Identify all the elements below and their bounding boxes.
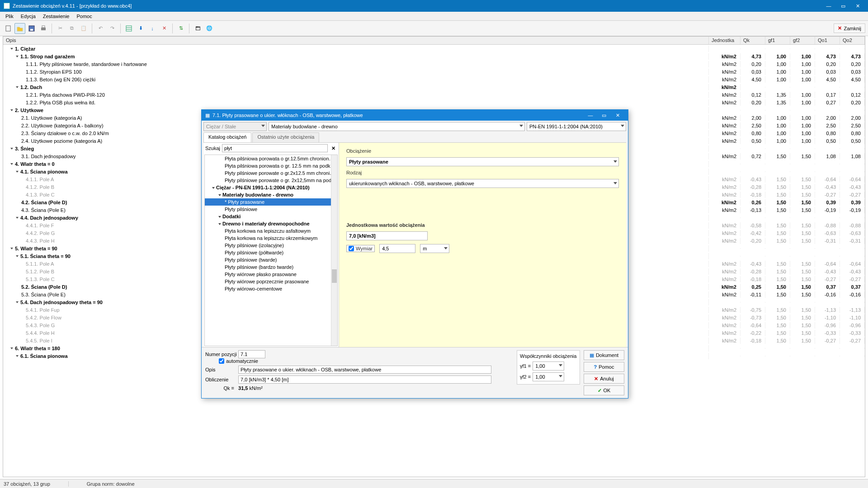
tree-node[interactable]: Drewno i materiały drewnopochodne xyxy=(205,220,337,227)
search-input[interactable] xyxy=(222,144,328,152)
titlebar: Zestawienie obciążeń v.4.11 - [przykład … xyxy=(0,0,868,12)
save-icon[interactable] xyxy=(26,23,37,34)
tree-node[interactable]: Płyty pilśniowe porowate o gr. 2x12,5mm … xyxy=(205,177,337,184)
undo-icon[interactable]: ↶ xyxy=(95,23,106,34)
print-icon[interactable] xyxy=(38,23,49,34)
paste-icon[interactable]: 📋 xyxy=(78,23,89,34)
pomoc-button[interactable]: ?Pomoc xyxy=(584,362,624,372)
tree-node[interactable]: Materiały budowlane - drewno xyxy=(205,191,337,198)
arrow-left-blue-icon[interactable]: ⬇ xyxy=(135,23,146,34)
menu-edycja[interactable]: Edycja xyxy=(18,13,38,20)
tree-node[interactable]: Płyty pilśniowe (półtwarde) xyxy=(205,249,337,256)
maximize-button[interactable]: ▭ xyxy=(836,1,850,10)
tree-scrollbar[interactable] xyxy=(331,155,337,346)
qk-value: 31,5 xyxy=(238,385,248,391)
dialog-title: 7.1. Płyty prasowane o ukier. włóknach -… xyxy=(212,113,363,118)
tab-catalog[interactable]: Katalog obciążeń xyxy=(203,132,251,142)
tree-node[interactable]: Płyty wiórowe poprzecznie prasowane xyxy=(205,278,337,285)
table-row[interactable]: 1.1.2. Styropian EPS 100kN/m20,031,001,0… xyxy=(3,68,865,75)
col-qo1[interactable]: Qo1 xyxy=(815,37,840,44)
svg-rect-2 xyxy=(30,29,33,31)
dialog-icon: ▦ xyxy=(205,113,210,118)
tree-node[interactable]: Płyty pilśniowe porowate o gr.2x12.5 mm … xyxy=(205,169,337,177)
tree-node[interactable]: Płyta pilśniowa porowata o gr. 12.5 mm n… xyxy=(205,162,337,169)
tree-node[interactable]: Płyty pilśniowe (twarde) xyxy=(205,256,337,263)
wym-input[interactable] xyxy=(379,244,415,253)
opis-input[interactable] xyxy=(238,366,491,374)
cut-icon[interactable]: ✂ xyxy=(55,23,66,34)
num-input[interactable] xyxy=(238,350,265,358)
anuluj-button[interactable]: ✕Anuluj xyxy=(584,374,624,384)
dialog-minimize[interactable]: ― xyxy=(584,111,597,120)
col-qk[interactable]: Qk xyxy=(741,37,765,44)
status-left: 37 obciążeń, 13 grup xyxy=(4,481,69,487)
open-icon[interactable] xyxy=(14,23,25,34)
status-right: Grupa norm: dowolne xyxy=(87,481,135,487)
redo-icon[interactable]: ↷ xyxy=(107,23,118,34)
dokument-button[interactable]: ▦Dokument xyxy=(584,350,624,360)
tree-node[interactable]: * Płyty prasowane xyxy=(205,198,337,206)
table-row[interactable]: 1.1.1. Płyty pilśniowe twarde, standardo… xyxy=(3,60,865,68)
dialog-close[interactable]: ✕ xyxy=(611,111,624,120)
menu-zestawienie[interactable]: Zestawienie xyxy=(40,13,72,20)
tree-node[interactable]: Płyty pilśniowe (bardzo twarde) xyxy=(205,263,337,271)
combo-norm[interactable]: PN-EN 1991-1-1:2004 (NA:2010) xyxy=(527,122,626,131)
clear-search-icon[interactable]: ✕ xyxy=(330,145,337,152)
sort-icon[interactable]: ⇅ xyxy=(175,23,186,34)
app-icon xyxy=(4,3,10,9)
col-opis[interactable]: Opis xyxy=(3,37,709,44)
tree-node[interactable]: Płyty wiórowo-cementowe xyxy=(205,285,337,292)
table-row[interactable]: 1. Ciężar xyxy=(3,45,865,52)
wym-unit-select[interactable]: m xyxy=(420,244,449,253)
tree-node[interactable]: Płyty wiórowe płasko prasowane xyxy=(205,271,337,278)
arrow-down-icon[interactable]: ↓ xyxy=(147,23,158,34)
delete-icon[interactable]: ✕ xyxy=(159,23,170,34)
col-qo2[interactable]: Qo2 xyxy=(840,37,865,44)
minimize-button[interactable]: ― xyxy=(822,1,835,10)
svg-rect-3 xyxy=(41,28,46,30)
obc-select[interactable]: Płyty prasowane xyxy=(346,157,619,166)
combo-material[interactable]: Materiały budowlane - drewno xyxy=(269,122,525,131)
table-icon[interactable] xyxy=(123,23,134,34)
tree-node[interactable]: Płyta korkowa na lepiszczu asfaltowym xyxy=(205,227,337,235)
new-icon[interactable] xyxy=(3,23,14,34)
col-jedn[interactable]: Jednostka xyxy=(709,37,741,44)
window-icon[interactable]: 🗔 xyxy=(192,23,203,34)
menu-pomoc[interactable]: Pomoc xyxy=(74,13,94,20)
dialog-maximize[interactable]: ▭ xyxy=(597,111,611,120)
obl-input[interactable] xyxy=(238,375,491,384)
rodz-select[interactable]: ukierunkowanych włóknach - OSB, warstwow… xyxy=(346,179,619,188)
svg-rect-0 xyxy=(6,26,10,31)
table-row[interactable]: 1.2.2. Płyta OSB plus wełna itd.kN/m20,2… xyxy=(3,99,865,106)
col-gf1[interactable]: gf1 xyxy=(765,37,790,44)
toolbar: ✂ ⧉ 📋 ↶ ↷ ⬇ ↓ ✕ ⇅ 🗔 🌐 ✕Zamknij xyxy=(0,21,868,36)
table-row[interactable]: 1.2. DachkN/m2 xyxy=(3,83,865,91)
tree-node[interactable]: Płyty pilśniowe (izolacyjne) xyxy=(205,242,337,249)
window-title: Zestawienie obciążeń v.4.11 - [przykład … xyxy=(13,3,132,9)
tree-node[interactable]: Ciężar - PN-EN 1991-1-1:2004 (NA:2010) xyxy=(205,184,337,191)
menu-plik[interactable]: Plik xyxy=(3,13,16,20)
gf2-combo[interactable]: 1,00 xyxy=(533,372,564,381)
wym-checkbox[interactable] xyxy=(349,246,354,251)
tree-node[interactable]: Dodatki xyxy=(205,213,337,220)
globe-icon[interactable]: 🌐 xyxy=(204,23,215,34)
copy-icon[interactable]: ⧉ xyxy=(66,23,77,34)
table-row[interactable]: 1.2.1. Płyta dachowa PWD-PIR-120kN/m20,1… xyxy=(3,91,865,99)
close-button[interactable]: ✕ xyxy=(851,1,864,10)
tree-node[interactable]: Płyta pilśniowa porowata o gr.12.5mm chr… xyxy=(205,155,337,162)
catalog-tree[interactable]: Płyta pilśniowa porowata o gr.12.5mm chr… xyxy=(204,155,338,346)
table-row[interactable]: 1.1.3. Beton (wg EN 206) ciężkikN/m24,50… xyxy=(3,75,865,83)
table-row[interactable]: 1.1. Strop nad garażemkN/m24,731,001,004… xyxy=(3,52,865,60)
close-tab-button[interactable]: ✕Zamknij xyxy=(834,23,865,33)
col-gf2[interactable]: gf2 xyxy=(790,37,815,44)
menubar: Plik Edycja Zestawienie Pomoc xyxy=(0,12,868,21)
jw-input[interactable] xyxy=(346,231,428,240)
tab-recent[interactable]: Ostatnio użyte obciążenia xyxy=(252,132,319,142)
ok-button[interactable]: ✓OK xyxy=(584,385,624,395)
load-dialog: ▦ 7.1. Płyty prasowane o ukier. włóknach… xyxy=(201,109,628,399)
combo-type[interactable]: Ciężar / Stałe xyxy=(203,122,267,131)
tree-node[interactable]: Płyty pilśniowe xyxy=(205,206,337,213)
auto-checkbox[interactable] xyxy=(219,358,224,364)
gf1-combo[interactable]: 1,00 xyxy=(533,361,564,371)
tree-node[interactable]: Płyta korkowa na lepiszczu okrzemkowym xyxy=(205,235,337,242)
